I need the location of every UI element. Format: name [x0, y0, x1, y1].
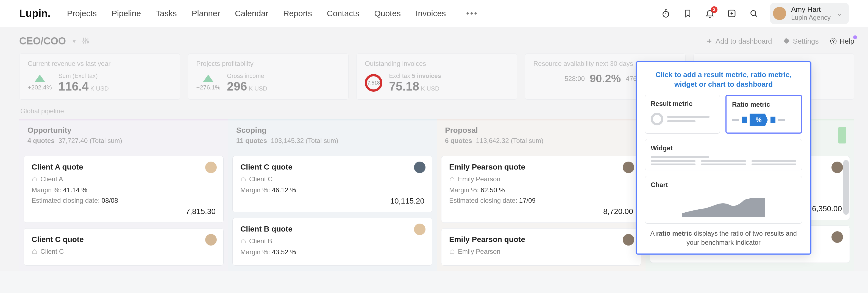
popover-headline: Click to add a result metric, ratio metr…	[645, 70, 802, 89]
deal-margin: Margin %: 41.14 %	[32, 186, 216, 194]
ring-text: 7,518	[368, 80, 380, 86]
home-icon	[449, 176, 455, 182]
bell-icon[interactable]: 2	[704, 8, 715, 19]
deal-avatar	[205, 234, 217, 246]
gear-icon	[783, 38, 790, 45]
page-title[interactable]: CEO/COO	[19, 35, 66, 47]
pipeline-quote-count: 6 quotes	[445, 137, 472, 145]
deal-avatar	[414, 224, 426, 235]
deal-title: Client A quote	[32, 163, 216, 172]
brand-logo[interactable]: Lupin.	[19, 8, 51, 20]
kpi-sublabel: Sum (Excl tax)	[58, 72, 108, 80]
add-icon[interactable]	[726, 8, 737, 19]
pipeline-total: 103,145.32 (Total sum)	[271, 137, 338, 145]
help-notification-dot	[853, 35, 857, 39]
deal-amount: 10,115.20	[240, 197, 424, 206]
deal-avatar	[623, 161, 634, 173]
deal-card[interactable]: Emily Pearson quote Emily Pearson	[441, 228, 641, 265]
svg-point-3	[83, 41, 84, 42]
page-title-chevron-icon[interactable]: ▾	[72, 37, 76, 45]
chart-illustration	[651, 193, 796, 218]
bookmark-icon[interactable]	[682, 8, 693, 19]
deal-avatar	[205, 161, 217, 173]
main-nav-links: Projects Pipeline Tasks Planner Calendar…	[67, 9, 478, 18]
result-metric-illustration	[651, 111, 714, 127]
deal-margin: Margin %: 46.12 %	[240, 186, 424, 194]
percent-badge-icon: %	[750, 114, 768, 126]
stopwatch-icon[interactable]	[660, 8, 671, 19]
main-content: CEO/COO ▾ Add to dashboard Settings ? He…	[0, 27, 868, 271]
kpi-card-profitability[interactable]: Projects profitability +276.1% Gross inc…	[188, 53, 349, 100]
deal-card[interactable]: Emily Pearson quote Emily Pearson Margin…	[441, 156, 641, 223]
up-arrow-icon	[34, 75, 45, 82]
pipeline-quote-count: 11 quotes	[236, 137, 267, 145]
tile-result-metric[interactable]: Result metric	[645, 95, 720, 134]
nav-invoices[interactable]: Invoices	[415, 9, 446, 18]
tile-widget[interactable]: Widget	[645, 139, 802, 170]
kpi-pct: +276.1%	[196, 84, 220, 91]
deal-avatar	[414, 161, 426, 173]
nav-quotes[interactable]: Quotes	[374, 9, 401, 18]
add-to-dashboard-button[interactable]: Add to dashboard	[706, 37, 772, 45]
pipeline-total: 37,727.40 (Total sum)	[59, 137, 122, 145]
page-header: CEO/COO ▾ Add to dashboard Settings ? He…	[19, 35, 854, 47]
settings-button[interactable]: Settings	[783, 37, 819, 45]
nav-contacts[interactable]: Contacts	[327, 9, 359, 18]
tile-chart[interactable]: Chart	[645, 176, 802, 224]
plus-icon	[706, 38, 713, 45]
tile-ratio-metric[interactable]: Ratio metric %	[725, 95, 802, 134]
kpi-title: Projects profitability	[196, 60, 340, 68]
kpi-card-revenue[interactable]: Current revenue vs last year +202.4% Sum…	[19, 53, 180, 100]
deal-amount: 8,720.00	[449, 207, 633, 216]
deal-closing: Estimated closing date: 08/08	[32, 197, 216, 205]
nav-planner[interactable]: Planner	[192, 9, 220, 18]
deal-card[interactable]: Client B quote Client B Margin %: 43.52 …	[232, 218, 432, 265]
pipeline-column-scoping: Scoping 11 quotes103,145.32 (Total sum) …	[228, 119, 437, 271]
deal-client: Client C	[240, 175, 424, 183]
svg-point-2	[751, 11, 756, 15]
deal-title: Client C quote	[240, 163, 424, 172]
home-icon	[240, 176, 246, 182]
nav-projects[interactable]: Projects	[67, 9, 97, 18]
add-metric-popover: Click to add a result metric, ratio metr…	[636, 61, 811, 255]
kpi-title: Outstanding invoices	[365, 60, 509, 68]
deal-margin: Margin %: 62.50 %	[449, 186, 633, 194]
user-menu[interactable]: Amy Hart Lupin Agency ⌄	[770, 3, 849, 24]
nav-calendar[interactable]: Calendar	[235, 9, 268, 18]
vertical-scrollbar[interactable]	[843, 160, 849, 215]
notification-badge: 2	[711, 6, 717, 13]
pipeline-column-proposal: Proposal 6 quotes113,642.32 (Total sum) …	[437, 119, 646, 271]
deal-card[interactable]: Client A quote Client A Margin %: 41.14 …	[24, 156, 224, 223]
help-button[interactable]: ? Help	[830, 37, 854, 45]
nav-pipeline[interactable]: Pipeline	[112, 9, 141, 18]
user-name: Amy Hart	[791, 5, 831, 14]
kpi-value: 75.18	[389, 80, 419, 93]
nav-tasks[interactable]: Tasks	[156, 9, 177, 18]
kpi-card-outstanding[interactable]: Outstanding invoices 7,518 Excl tax 5 in…	[356, 53, 517, 100]
pipeline-badge	[838, 127, 846, 144]
sliders-icon[interactable]	[81, 36, 90, 46]
nav-reports[interactable]: Reports	[283, 9, 312, 18]
svg-point-4	[85, 39, 86, 41]
deal-card[interactable]: Client C quote Client C Margin %: 46.12 …	[232, 156, 432, 212]
svg-text:?: ?	[832, 39, 834, 43]
pipeline-stage-name: Opportunity	[28, 126, 220, 135]
search-icon[interactable]	[748, 8, 759, 19]
kpi-sublabel: Excl tax 5 invoices	[389, 72, 441, 80]
deal-closing: Estimated closing date: 17/09	[449, 197, 633, 205]
deal-title: Emily Pearson quote	[449, 235, 633, 244]
popover-footer: A ratio metric displays the ratio of two…	[645, 229, 802, 247]
nav-more[interactable]: •••	[466, 9, 478, 18]
kpi-unit: K USD	[249, 85, 267, 92]
user-workspace: Lupin Agency	[791, 14, 831, 22]
deal-card[interactable]: Client C quote Client C	[24, 228, 224, 265]
up-arrow-icon	[203, 75, 214, 82]
home-icon	[32, 176, 38, 182]
kpi-center: 90.2%	[590, 72, 621, 85]
kpi-value: 116.4	[58, 80, 88, 93]
deal-avatar	[832, 231, 843, 243]
deal-client: Emily Pearson	[449, 175, 633, 183]
nav-utility-icons: 2	[660, 8, 759, 19]
pipeline-stage-name: Scoping	[236, 126, 429, 135]
deal-avatar	[832, 161, 843, 173]
